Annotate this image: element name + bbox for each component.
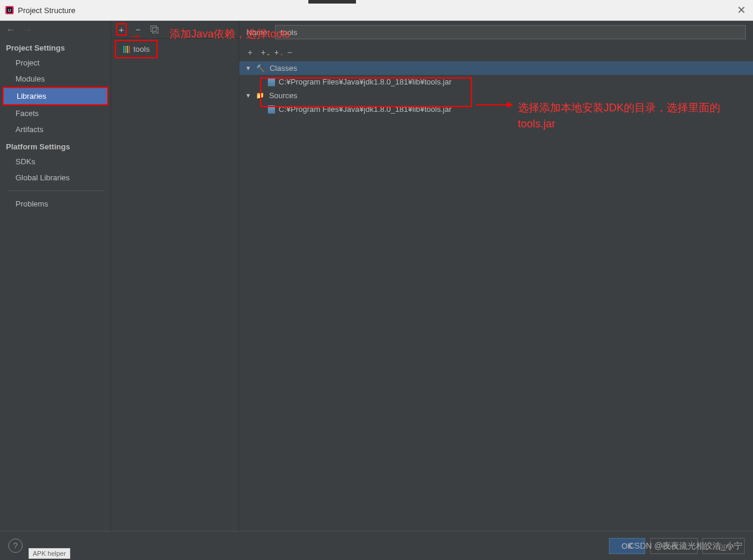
tree-add3-button[interactable]: +▪	[274, 48, 279, 57]
annotation-arrow-2	[476, 104, 512, 105]
sidebar: ← → Project Settings Project Modules Lib…	[0, 21, 111, 531]
section-project-settings: Project Settings	[0, 39, 111, 55]
tree-add-button[interactable]: +	[248, 48, 252, 57]
add-library-button[interactable]: +	[116, 23, 127, 36]
sidebar-item-libraries[interactable]: Libraries	[4, 88, 107, 104]
name-input[interactable]	[275, 25, 746, 39]
folder-icon: 📁	[256, 92, 264, 99]
name-label: Name:	[246, 28, 269, 37]
jar-icon	[268, 78, 275, 86]
library-label: tools	[133, 45, 149, 54]
titlebar-accent	[308, 0, 356, 4]
help-button[interactable]: ?	[8, 539, 23, 553]
divider	[7, 190, 104, 191]
footer: ? OK Cancel Apply CSDN @夜夜流光相皎洁_小宁	[0, 531, 753, 560]
sidebar-item-project[interactable]: Project	[0, 55, 111, 71]
sidebar-item-global-libraries[interactable]: Global Libraries	[0, 170, 111, 186]
middle-panel: + − ⿻ tools	[111, 21, 239, 531]
sidebar-item-modules[interactable]: Modules	[0, 71, 111, 87]
section-platform-settings: Platform Settings	[0, 137, 111, 154]
expand-icon: ▼	[245, 92, 251, 99]
apk-helper-tooltip: APK helper	[29, 548, 70, 559]
titlebar: IJ Project Structure ✕	[0, 0, 753, 21]
remove-library-button[interactable]: −	[133, 24, 143, 35]
copy-library-button[interactable]: ⿻	[149, 24, 160, 35]
expand-icon: ▼	[245, 65, 251, 71]
sidebar-item-problems[interactable]: Problems	[0, 196, 111, 212]
nav-back-icon[interactable]: ←	[6, 24, 15, 35]
watermark: CSDN @夜夜流光相皎洁_小宁	[628, 541, 742, 552]
svg-text:IJ: IJ	[8, 8, 11, 12]
sidebar-item-facets[interactable]: Facets	[0, 105, 111, 121]
tree-remove-button[interactable]: −	[288, 48, 292, 57]
sidebar-item-artifacts[interactable]: Artifacts	[0, 121, 111, 137]
classes-path: C:¥Program Files¥Java¥jdk1.8.0_181¥lib¥t…	[279, 77, 452, 86]
sources-label: Sources	[269, 91, 298, 100]
hammer-icon: 🔨	[256, 64, 265, 73]
content-panel: Name: + +▪ +▪ − ▼ 🔨 Classes C:¥Program F…	[239, 21, 753, 531]
tree-add2-button[interactable]: +▪	[261, 48, 265, 57]
sources-path: C:¥Program Files¥Java¥jdk1.8.0_181¥lib¥t…	[279, 105, 452, 114]
tree-classes-header[interactable]: ▼ 🔨 Classes	[239, 61, 753, 75]
app-icon: IJ	[5, 5, 14, 15]
close-icon[interactable]: ✕	[737, 4, 746, 17]
library-item-tools[interactable]: tools	[118, 42, 154, 56]
classes-label: Classes	[270, 64, 297, 73]
nav-forward-icon: →	[23, 24, 32, 35]
tree-sources-header[interactable]: ▼ 📁 Sources	[239, 89, 753, 102]
library-icon	[123, 46, 130, 53]
sidebar-item-sdks[interactable]: SDKs	[0, 154, 111, 170]
jar-icon	[268, 105, 275, 114]
window-title: Project Structure	[18, 6, 76, 15]
tree-item-classes-jar[interactable]: C:¥Program Files¥Java¥jdk1.8.0_181¥lib¥t…	[239, 75, 753, 89]
